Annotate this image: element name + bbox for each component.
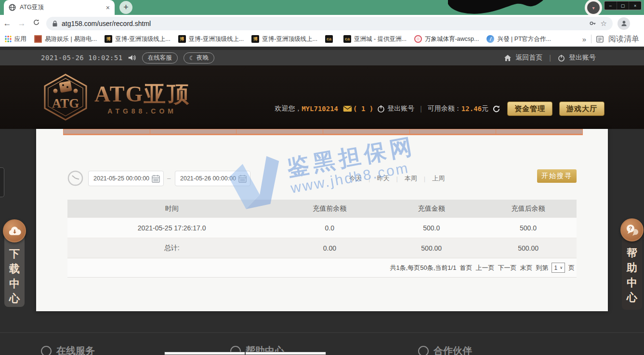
- clock-icon: [67, 170, 83, 188]
- divider: [591, 35, 591, 43]
- help-center-label[interactable]: 帮助中心: [626, 245, 638, 305]
- game-lobby-button[interactable]: 游戏大厅: [559, 101, 605, 116]
- date-to-input[interactable]: 2021-05-26 00:00:00: [175, 171, 250, 186]
- cell-balance-before: 0.0: [276, 224, 383, 232]
- header-logout-link[interactable]: 登出账号: [387, 104, 414, 113]
- mail-count: ( 1 ): [353, 105, 373, 113]
- tab-close-icon[interactable]: ×: [106, 4, 110, 12]
- bo-favicon: 博: [251, 35, 259, 43]
- record-tab[interactable]: [237, 129, 323, 134]
- url-text: atg158.com/user/record.shtml: [62, 20, 585, 27]
- side-panel-handle[interactable]: [0, 167, 4, 197]
- reload-icon[interactable]: [29, 19, 43, 28]
- balance-value: 12.46: [461, 105, 482, 113]
- screen: ATG亚顶 × + ▾ ‒ ▢ × ← → atg158.com/user/re…: [0, 0, 644, 355]
- bookmark-yabo-3[interactable]: 博 亚博-亚洲顶级线上...: [251, 35, 317, 43]
- online-service-button[interactable]: 在线客服: [142, 52, 178, 63]
- site-topbar: 2021-05-26 10:02:51 在线客服 ☾ 夜晚 返回首页 | 登出账…: [0, 50, 644, 65]
- mail-indicator[interactable]: ( 1 ): [343, 105, 373, 113]
- balance-unit: 元: [482, 104, 488, 113]
- quick-link-this-week[interactable]: 本周: [405, 174, 417, 183]
- record-tab[interactable]: [64, 129, 150, 134]
- datetime-text: 2021-05-26 10:02:51: [41, 54, 123, 62]
- date-range-dash: –: [167, 175, 171, 182]
- power-icon: [377, 105, 385, 113]
- record-tab[interactable]: [410, 129, 497, 134]
- pagination-last[interactable]: 末页: [520, 264, 532, 272]
- night-mode-toggle[interactable]: ☾ 夜晚: [184, 52, 214, 63]
- bookmark-yazhoucheng[interactable]: ca 亚洲城 - 提供亚洲...: [343, 35, 407, 43]
- footer-online-service: 在线服务: [41, 344, 95, 355]
- back-icon[interactable]: ←: [0, 19, 14, 28]
- bookmark-star-icon[interactable]: ☆: [601, 19, 607, 28]
- divider: |: [368, 175, 370, 182]
- date-from-input[interactable]: 2021-05-25 00:00:00: [88, 171, 164, 186]
- svg-text:?: ?: [629, 226, 632, 231]
- new-tab-button[interactable]: +: [119, 1, 132, 14]
- minimize-button[interactable]: ‒: [605, 1, 617, 10]
- address-bar[interactable]: atg158.com/user/record.shtml ☆: [46, 17, 613, 30]
- browser-profile-button[interactable]: ▾: [585, 0, 602, 16]
- quick-link-last-week[interactable]: 上周: [432, 174, 445, 183]
- download-center-button[interactable]: [3, 219, 26, 242]
- window-controls: ‒ ▢ ×: [604, 1, 642, 10]
- calendar-icon[interactable]: [152, 175, 160, 183]
- site-logo[interactable]: ATG ATG亚顶 ATG88.COM: [42, 73, 190, 121]
- back-home-link[interactable]: 返回首页: [515, 53, 542, 62]
- quick-link-yesterday[interactable]: 昨天: [377, 174, 389, 183]
- partial-cell: [245, 352, 326, 355]
- refresh-balance-icon[interactable]: [492, 105, 500, 113]
- bookmark-wanxiangcheng[interactable]: 万象城体育-awcsp...: [414, 35, 479, 43]
- browser-tab[interactable]: ATG亚顶 ×: [4, 0, 115, 15]
- mail-icon: [343, 105, 352, 112]
- record-tab[interactable]: [496, 129, 582, 134]
- bookmark-label: 亚洲城 - 提供亚洲...: [354, 35, 407, 43]
- page-select-value: 1: [554, 265, 557, 271]
- cloud-download-icon: [8, 226, 21, 236]
- tab-title: ATG亚顶: [20, 3, 102, 12]
- bookmark-label: 亚博-亚洲顶级线上...: [262, 35, 317, 43]
- bookmark-label: 万象城体育-awcsp...: [425, 35, 479, 43]
- footer-partners: 合作伙伴: [418, 344, 472, 355]
- record-tab[interactable]: [323, 129, 410, 134]
- forward-icon[interactable]: →: [14, 19, 29, 28]
- record-tab[interactable]: [150, 129, 237, 134]
- help-center-button[interactable]: ?: [620, 218, 644, 241]
- bookmark-ca-iconly[interactable]: ca: [325, 35, 336, 43]
- pagination-prev[interactable]: 上一页: [475, 264, 494, 272]
- table-row: 2021-05-25 17:26:17.0 0.0 500.0 500.0: [67, 217, 577, 238]
- bookmark-label: 易游娱乐 | 易游电...: [45, 35, 97, 43]
- maximize-button[interactable]: ▢: [617, 1, 630, 10]
- yiyou-favicon: [34, 35, 42, 43]
- browser-avatar[interactable]: [618, 17, 630, 30]
- funds-management-button[interactable]: 资金管理: [507, 101, 552, 116]
- close-window-button[interactable]: ×: [629, 1, 641, 10]
- logout-link[interactable]: 登出账号: [569, 53, 596, 62]
- bookmark-xingfa[interactable]: / 兴發 | PT官方合作...: [486, 35, 551, 43]
- download-center-label[interactable]: 下载中心: [8, 246, 21, 306]
- start-search-button[interactable]: 开始搜寻: [537, 169, 577, 183]
- speaker-icon[interactable]: [128, 54, 136, 62]
- bookmark-yabo-1[interactable]: 博 亚博-亚洲顶级线上...: [105, 35, 171, 43]
- calendar-icon[interactable]: [238, 175, 247, 183]
- bookmark-label: 应用: [14, 35, 26, 43]
- quick-link-today[interactable]: 今天: [349, 174, 362, 183]
- username: MYL710214: [302, 105, 338, 113]
- bookmark-apps[interactable]: 应用: [5, 35, 26, 43]
- bookmark-label: 亚博-亚洲顶级线上...: [115, 35, 171, 43]
- headset-icon: [41, 346, 52, 355]
- globe-favicon-icon: [9, 4, 16, 11]
- pagination-next[interactable]: 下一页: [498, 264, 516, 272]
- bookmark-yiyou[interactable]: 易游娱乐 | 易游电...: [34, 35, 97, 43]
- reading-list-label[interactable]: 阅读清单: [608, 34, 639, 44]
- apps-grid-icon: [5, 36, 12, 42]
- partial-cell: [164, 352, 245, 355]
- page-select[interactable]: 1 ∨: [552, 263, 565, 273]
- bookmark-yabo-2[interactable]: 博 亚博-亚洲顶级线上...: [178, 35, 244, 43]
- logo-subtitle: ATG88.COM: [94, 107, 190, 115]
- pagination-first[interactable]: 首页: [460, 264, 472, 272]
- bookmarks-overflow-chevron[interactable]: »: [582, 35, 586, 43]
- cell-amount: 500.0: [383, 224, 480, 232]
- user-info-bar: 欢迎您， MYL710214 ( 1 ) 登出账号 | 可用余额： 12.46 …: [275, 99, 605, 118]
- key-icon[interactable]: [589, 19, 597, 27]
